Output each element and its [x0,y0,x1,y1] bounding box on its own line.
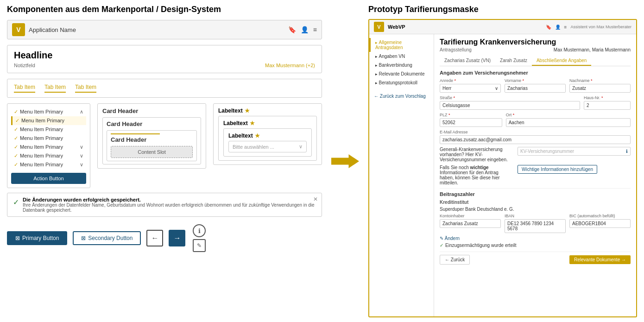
svg-marker-0 [331,154,359,168]
card-box-1: Card Header Card Header Card Header Cont… [97,103,206,169]
back-to-proposal-link[interactable]: Zurück zum Vorschlag [369,91,434,101]
notification-title: Die Änderungen wurden erfolgreich gespei… [23,197,316,202]
user-icon[interactable]: 👤 [301,26,309,33]
info-edit-stack: ℹ ✎ [193,224,206,252]
beitragszahler-title: Beitragszahler [440,191,631,197]
menu-icon-proto[interactable]: ≡ [564,25,567,30]
footer-next-button[interactable]: Relevante Dokumente → [569,255,631,264]
input-vorname[interactable]: Zacharias [505,84,566,93]
menu-item-6[interactable]: ✓Menu Item Primary ∨ [11,152,86,160]
menu-card: ✓Menu Item Primary ∧ ✓Menu Item Primary … [7,103,90,188]
label-anrede: Anrede * [440,78,501,83]
nav-back-button[interactable]: ← [146,230,163,246]
secondary-button-label: Secondary Dutton [88,235,133,241]
input-plz[interactable]: 52062 [440,118,502,127]
label-iban: IBAN [505,214,566,218]
important-row: Falls Sie noch wichtige Informationen fü… [440,165,631,185]
label-bic: BIC (automatisch befüllt) [569,214,631,218]
aendern-link[interactable]: ✎ Ändern [440,236,631,241]
kv-placeholder: KV-Versicherungsnummer [520,149,574,154]
mid-row: ✓Menu Item Primary ∧ ✓Menu Item Primary … [7,103,322,188]
input-iban[interactable]: DE12 3456 7890 1234 5678 [505,219,566,233]
kv-field: KV-Versicherungsnummer ℹ [518,147,631,156]
proto-topbar-right: 🔖 👤 ≡ Assistent von Max Musterberater [546,25,631,30]
important-button[interactable]: Wichtige Informationen hinzufügen [518,165,597,174]
proto-user-info: Max Mustermann, Maria Mustermann [554,47,631,52]
nav-forward-button[interactable]: → [169,230,185,246]
input-kontoinhaber[interactable]: Zacharias Zusatz [440,219,501,228]
kreditinstitut-value: Superduper Bank Deutschland e. G. [440,207,631,212]
label-box-2: Labeltext ★ Labeltext ★ Bitte auswählen … [218,116,317,161]
menu-item-3[interactable]: ✓Menu Item Primary [11,125,86,134]
label-row-2: Labeltext ★ [223,120,312,126]
tab-item-1[interactable]: Tab Item [14,84,35,93]
anrede-value: Herr [442,86,451,91]
footer-back-button[interactable]: ← Zurück [440,255,470,265]
label-row-1: Labeltext ★ [218,107,317,114]
action-button[interactable]: Action Button [11,173,86,184]
primary-button-icon: ⊠ [15,235,20,241]
primary-button[interactable]: ⊠ Primary Button [7,231,67,245]
info-icon[interactable]: ℹ [193,224,206,237]
menu-item-1[interactable]: ✓Menu Item Primary ∧ [11,107,86,116]
notizfeld-user[interactable]: Max Mustermann (+2) [265,63,315,68]
form-row-bank: Kontoinhaber Zacharias Zusatz IBAN DE12 … [440,214,631,233]
field-anrede: Anrede * Herr ∨ [440,78,501,93]
input-ort[interactable]: Aachen [506,118,631,127]
proto-logo: V [374,22,384,32]
proto-tab-2[interactable]: Abschließende Angaben [532,56,591,66]
notification-content: Die Änderungen wurden erfolgreich gespei… [23,197,316,213]
tab-row: Tab Item Tab Item Tab Item [14,84,315,93]
notizfeld-label: Notiztfeld [14,63,35,68]
edit-icon[interactable]: ✎ [193,239,206,252]
proto-tab-0[interactable]: Zacharias Zusatz (VN) [440,56,495,66]
sidebar-item-antragsdaten[interactable]: Allgemeine Antragsdaten [369,38,434,52]
sidebar-item-beratung[interactable]: Beratungsprotokoll [369,78,434,87]
input-bic[interactable]: AEBOGER1B04 [569,219,631,228]
field-iban: IBAN DE12 3456 7890 1234 5678 [505,214,566,233]
menu-item-5[interactable]: ✓Menu Item Primary ∨ [11,143,86,152]
sidebar-item-angaben[interactable]: Angaben VN [369,52,434,61]
content-slot: Content Slot [111,146,193,158]
label-strasse: Straße * [440,95,580,100]
proto-page-title: Tarifierung Krankenversicherung [440,38,631,46]
bottom-row: ⊠ Primary Button ⊠ Secondary Dutton ← → … [7,224,322,252]
field-ort: Ort * Aachen [506,113,631,127]
bookmark-icon[interactable]: 🔖 [288,26,296,33]
notification-card: ✓ Die Änderungen wurden erfolgreich gesp… [7,193,322,217]
field-hausnr: Haus-Nr. * 2 [584,95,631,110]
tab-item-2[interactable]: Tab Item [44,84,66,93]
user-icon-proto[interactable]: 👤 [555,25,561,30]
select-anrede[interactable]: Herr ∨ [440,84,501,93]
notification-detail: Ihre Änderungen der Datenfelder Name, Ge… [23,202,316,213]
label-vorname: Vorname * [505,78,566,83]
right-title: Prototyp Tarifierungsmaske [368,5,637,14]
secondary-button[interactable]: ⊠ Secondary Dutton [73,231,141,245]
menu-icon[interactable]: ≡ [313,26,317,33]
prototype-frame: V WebVP 🔖 👤 ≡ Assistent von Max Musterbe… [368,19,637,317]
input-strasse[interactable]: Celsiusgasse [440,101,580,110]
input-email[interactable]: zacharias.zusatz.aac@gmail.com [440,135,631,144]
input-nachname[interactable]: Zusatz [569,84,631,93]
menu-item-7[interactable]: ✓Menu Item Primary ∨ [11,160,86,169]
left-title: Komponenten aus dem Markenportal / Desig… [7,5,322,14]
input-kv[interactable]: KV-Versicherungsnummer ℹ [518,147,631,156]
sidebar-item-bank[interactable]: Bankverbindung [369,61,434,69]
input-hausnr[interactable]: 2 [584,101,631,110]
tab-item-3[interactable]: Tab Item [75,84,96,93]
menu-item-4[interactable]: ✓Menu Item Primary [11,134,86,143]
proto-tab-1[interactable]: Zarah Zusatz [495,56,532,66]
card-box-3: Card Header Content Slot [107,130,197,161]
form-section-title: Angaben zum Versicherungsnehmer [440,70,631,76]
close-icon[interactable]: ✕ [313,196,318,202]
field-email: E-Mail Adresse zacharias.zusatz.aac@gmai… [440,130,631,144]
kv-row: Generali-Krankenversicherung vorhanden? … [440,147,631,162]
sidebar-item-dokumente[interactable]: Relevante Dokumente [369,69,434,78]
dropdown-select[interactable]: Bitte auswählen ... ∨ [228,141,307,152]
proto-tabs: Zacharias Zusatz (VN) Zarah Zusatz Absch… [440,56,631,66]
dropdown-placeholder: Bitte auswählen ... [233,144,274,150]
label-nachname: Nachname * [569,78,631,83]
card-header-2: Card Header [107,120,197,127]
bookmark-icon-proto[interactable]: 🔖 [546,25,551,30]
menu-item-2[interactable]: ✓Menu Item Primary [11,116,86,125]
